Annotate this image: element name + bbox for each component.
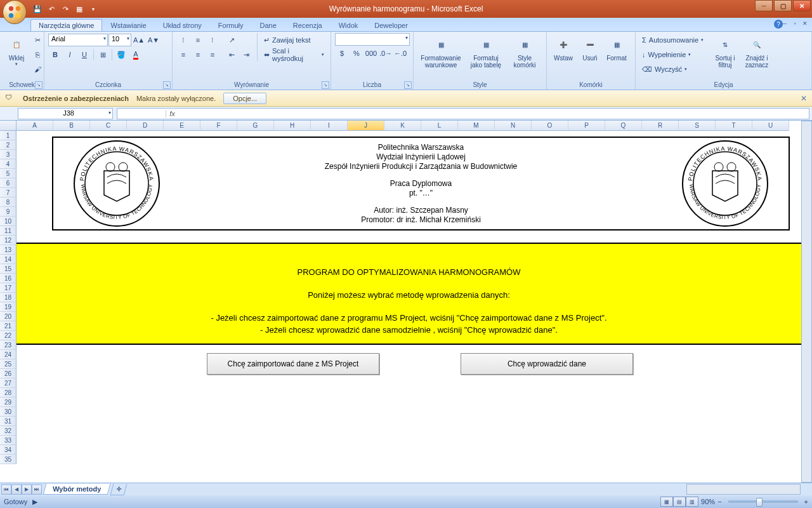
row-header[interactable]: 34 (0, 445, 16, 455)
row-header[interactable]: 18 (0, 293, 16, 302)
cut-icon[interactable]: ✂ (30, 33, 44, 47)
horizontal-scrollbar[interactable] (686, 484, 801, 495)
save-icon[interactable]: 💾 (32, 3, 43, 15)
clipboard-dialog-launcher[interactable]: ↘ (35, 81, 43, 89)
row-header[interactable]: 32 (0, 426, 16, 436)
row-header[interactable]: 28 (0, 388, 16, 398)
doc-restore-button[interactable]: ▫ (790, 19, 799, 28)
row-header[interactable]: 5 (0, 169, 16, 178)
fill-button[interactable]: ↓Wypełnienie▾ (639, 48, 709, 62)
page-layout-view-button[interactable]: ▤ (673, 497, 686, 507)
security-options-button[interactable]: Opcje... (223, 93, 266, 104)
align-middle-icon[interactable]: ≡ (191, 33, 205, 47)
vertical-scrollbar[interactable] (801, 121, 812, 483)
sort-filter-button[interactable]: ⇅Sortuj i filtruj (710, 33, 740, 70)
tab-insert[interactable]: Wstawianie (102, 19, 154, 31)
row-header[interactable]: 23 (0, 340, 16, 350)
percent-icon[interactable]: % (350, 46, 363, 60)
column-headers[interactable]: ABCDEFGHIJKLMNOPQRSTU (16, 121, 801, 131)
column-header[interactable]: R (642, 121, 679, 131)
worksheet-grid[interactable]: ABCDEFGHIJKLMNOPQRSTU 123456789101112131… (0, 121, 812, 483)
column-header[interactable]: P (568, 121, 605, 131)
row-header[interactable]: 20 (0, 312, 16, 321)
office-button[interactable] (3, 0, 27, 24)
font-name-combo[interactable]: Arial (48, 34, 108, 46)
number-format-combo[interactable] (335, 33, 410, 46)
row-header[interactable]: 16 (0, 274, 16, 283)
delete-cells-button[interactable]: ➖Usuń (577, 33, 603, 63)
column-header[interactable]: I (311, 121, 348, 131)
column-header[interactable]: H (274, 121, 311, 131)
row-header[interactable]: 31 (0, 417, 16, 426)
grow-font-icon[interactable]: A▲ (132, 33, 146, 47)
first-sheet-button[interactable]: ⏮ (1, 485, 11, 495)
sheet-tab-active[interactable]: Wybór metody (43, 484, 111, 495)
underline-button[interactable]: U (77, 48, 91, 62)
font-dialog-launcher[interactable]: ↘ (163, 81, 171, 89)
conditional-format-button[interactable]: ▦Formatowanie warunkowe (417, 33, 464, 70)
tab-review[interactable]: Recenzja (285, 19, 331, 31)
format-as-table-button[interactable]: ▦Formatuj jako tabelę (466, 33, 506, 70)
align-left-icon[interactable]: ≡ (176, 48, 190, 62)
column-header[interactable]: F (200, 121, 237, 131)
row-header[interactable]: 2 (0, 140, 16, 150)
alignment-dialog-launcher[interactable]: ↘ (322, 81, 329, 89)
tab-layout[interactable]: Układ strony (155, 19, 210, 31)
security-close-icon[interactable]: ✕ (801, 94, 807, 103)
row-header[interactable]: 9 (0, 207, 16, 217)
column-header[interactable]: O (532, 121, 568, 131)
close-button[interactable]: ✕ (793, 0, 811, 11)
column-header[interactable]: U (752, 121, 789, 131)
tab-developer[interactable]: Deweloper (366, 19, 416, 31)
column-header[interactable]: E (164, 121, 200, 131)
cells-area[interactable]: POLITECHNIKA WARSZAWSKA WARSAW UNIVERSIT… (16, 131, 801, 471)
row-header[interactable]: 12 (0, 236, 16, 245)
name-box[interactable]: J38 (18, 108, 113, 119)
redo-icon[interactable]: ↷ (60, 3, 71, 15)
column-header[interactable]: K (384, 121, 421, 131)
enter-data-button[interactable]: Chcę wprowadzić dane (461, 353, 633, 375)
align-center-icon[interactable]: ≡ (191, 48, 205, 62)
column-header[interactable]: G (237, 121, 274, 131)
row-header[interactable]: 19 (0, 302, 16, 312)
row-header[interactable]: 17 (0, 283, 16, 293)
align-bottom-icon[interactable]: ⁝ (206, 33, 219, 47)
normal-view-button[interactable]: ▦ (660, 497, 673, 507)
row-header[interactable]: 6 (0, 178, 16, 188)
orientation-icon[interactable]: ↗ (225, 33, 239, 47)
row-header[interactable]: 1 (0, 131, 16, 140)
column-header[interactable]: M (458, 121, 495, 131)
prev-sheet-button[interactable]: ◀ (11, 485, 22, 495)
row-header[interactable]: 27 (0, 378, 16, 388)
row-header[interactable]: 26 (0, 369, 16, 378)
zoom-level[interactable]: 90% (701, 498, 715, 505)
zoom-in-button[interactable]: + (804, 498, 808, 505)
row-header[interactable]: 3 (0, 150, 16, 159)
row-header[interactable]: 15 (0, 264, 16, 274)
tab-formulas[interactable]: Formuły (210, 19, 252, 31)
accounting-icon[interactable]: $ (335, 46, 349, 60)
row-header[interactable]: 25 (0, 359, 16, 369)
tab-home[interactable]: Narzędzia główne (30, 19, 102, 31)
format-painter-icon[interactable]: 🖌 (30, 62, 44, 76)
import-msproject-button[interactable]: Chcę zaimportować dane z MS Project (207, 353, 379, 375)
row-header[interactable]: 14 (0, 255, 16, 264)
column-header[interactable]: L (421, 121, 458, 131)
row-header[interactable]: 10 (0, 217, 16, 226)
row-header[interactable]: 33 (0, 436, 16, 445)
column-header[interactable]: C (90, 121, 127, 131)
column-header[interactable]: A (16, 121, 53, 131)
fx-icon[interactable]: fx (166, 110, 178, 117)
copy-icon[interactable]: ⎘ (30, 48, 44, 62)
row-header[interactable]: 8 (0, 197, 16, 207)
align-right-icon[interactable]: ≡ (206, 48, 219, 62)
new-sheet-button[interactable]: ✧ (110, 484, 128, 495)
cell-styles-button[interactable]: ▦Style komórki (508, 33, 542, 70)
column-header[interactable]: N (495, 121, 532, 131)
row-header[interactable]: 11 (0, 226, 16, 236)
print-icon[interactable]: ▦ (74, 3, 85, 15)
column-header[interactable]: J (348, 121, 384, 131)
zoom-out-button[interactable]: − (717, 498, 721, 505)
autosum-button[interactable]: ΣAutosumowanie▾ (639, 33, 709, 47)
border-icon[interactable]: ⊞ (96, 48, 110, 62)
